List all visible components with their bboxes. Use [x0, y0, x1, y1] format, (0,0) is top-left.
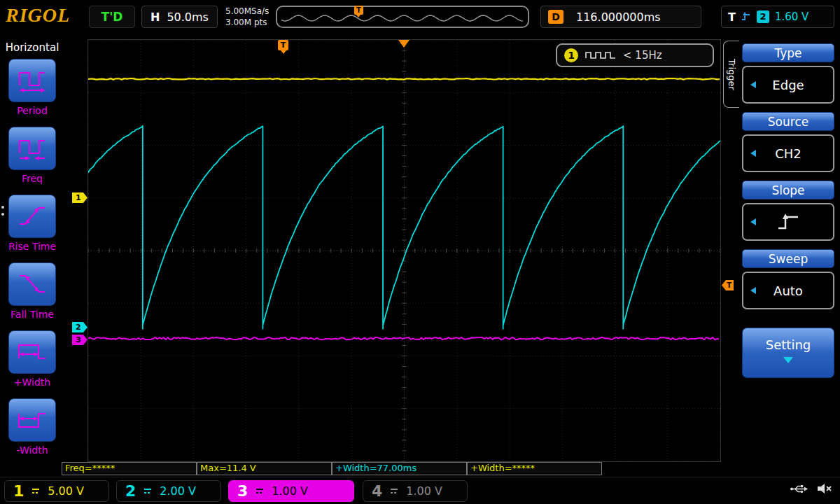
- freq-icon: [17, 134, 48, 162]
- sidebar-item-minus-width[interactable]: -Width: [0, 398, 64, 456]
- trigger-frequency-badge: 1 < 15Hz: [556, 43, 714, 67]
- badge-channel: 1: [564, 48, 578, 62]
- channel-1-status[interactable]: 1 5.00 V: [4, 480, 109, 502]
- sidebar-title: Horizontal: [0, 41, 64, 54]
- channel-status-bar: 1 5.00 V 2 2.00 V 3 1.00 V 4: [0, 477, 840, 504]
- trigger-position-marker[interactable]: T: [354, 6, 363, 15]
- display-area: T 1 < 15Hz: [88, 39, 721, 462]
- ch1-scale: 5.00 V: [48, 484, 84, 498]
- badge-frequency: < 15Hz: [623, 49, 662, 62]
- sweep-value-button[interactable]: Auto: [742, 272, 834, 309]
- usb-icon: [790, 484, 808, 494]
- trigger-label: T: [728, 10, 736, 24]
- trigger-time-marker[interactable]: T: [278, 40, 288, 50]
- h-value: 50.0ms: [167, 10, 209, 24]
- ch3-number: 3: [237, 482, 248, 500]
- plus-width-icon: [17, 338, 48, 366]
- rigol-logo: RIGOL: [6, 4, 70, 27]
- sweep-header: Sweep: [742, 249, 834, 268]
- source-header: Source: [742, 112, 834, 131]
- ch3-coupling-icon: [254, 487, 265, 495]
- fall-time-icon: [17, 270, 48, 298]
- fall-time-label: Fall Time: [10, 309, 54, 320]
- rise-time-button[interactable]: [8, 195, 56, 238]
- rise-time-icon: [17, 202, 48, 230]
- setting-button[interactable]: Setting: [742, 328, 834, 378]
- measurement-pwidth: +Width=77.00ms: [332, 462, 467, 475]
- rising-edge-icon: [774, 211, 802, 232]
- setting-label: Setting: [766, 337, 811, 352]
- type-header: Type: [742, 43, 834, 62]
- ch1-offset-marker[interactable]: 1: [72, 192, 88, 203]
- trigger-level-value: 1.60 V: [775, 10, 808, 23]
- ch1-number: 1: [13, 482, 24, 500]
- sidebar-item-period[interactable]: Period: [0, 59, 64, 116]
- trigger-status-badge: T'D: [89, 6, 135, 28]
- period-icon: [17, 66, 48, 94]
- ch2-coupling-icon: [142, 487, 153, 495]
- channel-2-status[interactable]: 2 2.00 V: [116, 480, 221, 502]
- memory-depth: 3.00M pts: [225, 17, 269, 28]
- ch4-scale: 1.00 V: [406, 484, 442, 498]
- trigger-slope-icon: [741, 12, 751, 22]
- acquisition-info: 5.00MSa/s 3.00M pts: [225, 6, 269, 28]
- ch1-coupling-icon: [30, 487, 41, 495]
- minus-width-label: -Width: [16, 444, 48, 456]
- ch4-coupling-icon: [388, 487, 400, 495]
- horizontal-position-marker[interactable]: [398, 40, 410, 53]
- type-value-button[interactable]: Edge: [742, 66, 834, 104]
- overview-wave: [279, 8, 528, 27]
- oscilloscope-ui: RIGOL T'D H 50.0ms 5.00MSa/s 3.00M pts T…: [0, 0, 840, 504]
- freq-label: Freq: [22, 173, 43, 184]
- menu-scroll-indicator: [1, 206, 4, 216]
- trigger-readout: T 2 1.60 V: [721, 6, 834, 28]
- minus-width-button[interactable]: [8, 398, 56, 442]
- ch2-number: 2: [125, 482, 136, 500]
- minus-width-icon: [17, 406, 48, 434]
- slope-header: Slope: [742, 181, 834, 200]
- measurement-freq: Freq=*****: [62, 462, 197, 475]
- horizontal-scale-readout: H 50.0ms: [141, 6, 218, 28]
- delay-readout: D 116.000000ms: [540, 6, 701, 28]
- period-label: Period: [17, 105, 48, 116]
- trigger-channel-badge: 2: [757, 10, 769, 23]
- channel-4-status[interactable]: 4 1.00 V: [363, 480, 468, 502]
- rise-time-label: Rise Time: [8, 241, 56, 252]
- pulse-train-icon: [584, 50, 617, 61]
- waveform-overview-strip[interactable]: T: [276, 6, 529, 28]
- setting-down-arrow-icon: [783, 357, 793, 368]
- ch3-offset-marker[interactable]: 3: [72, 335, 88, 345]
- plus-width-button[interactable]: [8, 330, 56, 374]
- freq-button[interactable]: [8, 127, 56, 170]
- trigger-menu-tab: Trigger: [723, 41, 739, 108]
- sample-rate: 5.00MSa/s: [225, 6, 269, 17]
- waveform-traces: [88, 40, 720, 461]
- delay-badge: D: [548, 10, 564, 24]
- sidebar-item-plus-width[interactable]: +Width: [0, 330, 64, 388]
- plus-width-label: +Width: [14, 377, 50, 388]
- source-value-button[interactable]: CH2: [742, 134, 834, 172]
- channel-3-status-selected[interactable]: 3 1.00 V: [228, 480, 354, 502]
- status-icons: [790, 483, 833, 494]
- sidebar-item-fall-time[interactable]: Fall Time: [0, 262, 64, 320]
- ch2-scale: 2.00 V: [160, 484, 196, 498]
- fall-time-button[interactable]: [8, 262, 56, 306]
- delay-value: 116.000000ms: [576, 10, 661, 24]
- period-button[interactable]: [8, 59, 56, 102]
- sidebar-item-rise-time[interactable]: Rise Time: [0, 195, 64, 252]
- sidebar-item-freq[interactable]: Freq: [0, 127, 64, 184]
- ch2-offset-marker[interactable]: 2: [72, 322, 88, 332]
- speaker-muted-icon[interactable]: [816, 483, 833, 494]
- measurement-pwidth2: +Width=*****: [467, 462, 602, 475]
- ch3-scale: 1.00 V: [272, 484, 308, 498]
- trigger-level-marker[interactable]: T: [722, 280, 734, 290]
- h-label: H: [150, 10, 160, 24]
- measurement-max: Max=11.4 V: [197, 462, 332, 475]
- slope-value-button[interactable]: [742, 203, 834, 241]
- ch4-number: 4: [372, 482, 382, 500]
